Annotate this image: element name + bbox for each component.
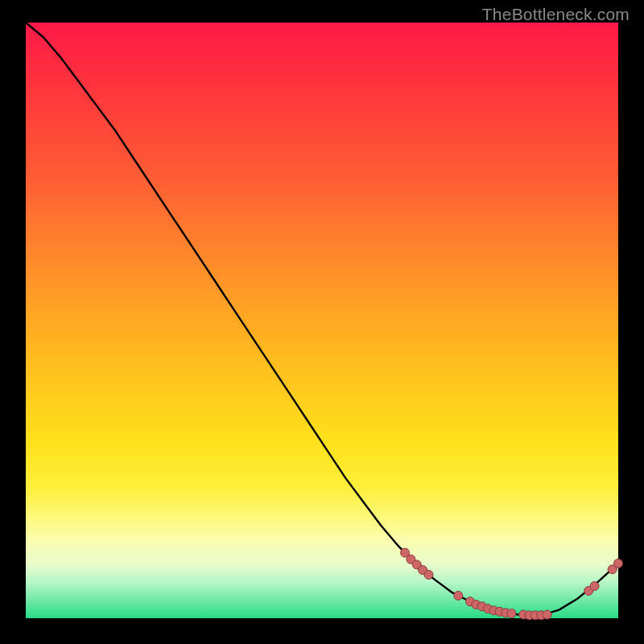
curve-marker: [507, 609, 516, 618]
curve-marker: [590, 582, 599, 591]
bottleneck-curve: [26, 23, 618, 615]
curve-marker: [424, 570, 433, 579]
curve-marker: [454, 591, 463, 600]
curve-marker: [543, 610, 551, 619]
chart-stage: TheBottleneck.com: [0, 0, 644, 644]
attribution-label: TheBottleneck.com: [482, 5, 630, 24]
curve-markers: [401, 548, 623, 620]
curve-marker: [614, 559, 623, 568]
curve-layer: [26, 23, 618, 618]
plot-area: [26, 23, 618, 618]
